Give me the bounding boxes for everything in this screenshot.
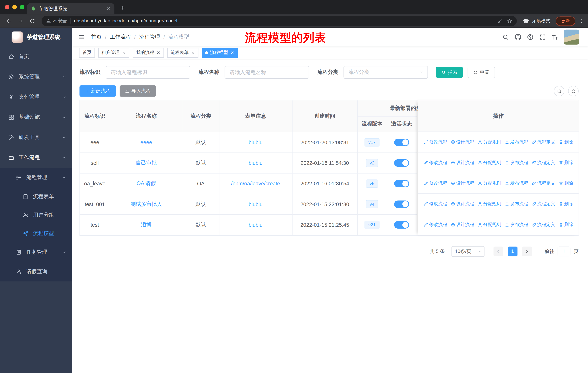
user-avatar[interactable] [564,30,579,45]
form-info-link[interactable]: biubiu [249,160,263,166]
security-status[interactable]: 不安全 [46,18,67,24]
design-process-action[interactable]: 设计流程 [451,180,474,186]
process-definition-action[interactable]: 流程定义 [532,139,555,145]
tag-process-model[interactable]: 流程模型 [202,48,238,57]
category-select[interactable]: 流程分类 [344,66,428,79]
breadcrumb-item[interactable]: 首页 [91,34,102,40]
publish-process-action[interactable]: 发布流程 [504,201,528,207]
sidebar-item-task-management[interactable]: 任务管理 [0,242,72,262]
sidebar-item-workflow[interactable]: 工作流程 [0,148,72,168]
import-process-button[interactable]: 导入流程 [120,85,156,97]
search-icon[interactable] [502,34,509,40]
tag-close-icon[interactable] [122,51,126,55]
active-toggle[interactable] [394,200,409,208]
publish-process-action[interactable]: 发布流程 [504,159,528,166]
tag-home[interactable]: 首页 [79,48,95,57]
page-number-button[interactable]: 1 [508,246,517,256]
minimize-window-button[interactable] [12,5,17,10]
process-name-link[interactable]: OA 请假 [137,180,156,186]
version-tag[interactable]: v17 [365,138,379,146]
active-toggle[interactable] [394,221,409,228]
assign-rule-action[interactable]: 分配规则 [478,201,501,207]
fullscreen-icon[interactable] [539,34,546,40]
address-bar[interactable]: 不安全 dashboard.yudao.iocoder.cn/bpm/manag… [42,16,517,26]
tab-close-icon[interactable] [106,6,111,11]
sidebar-item-home[interactable]: 首页 [0,46,72,67]
reset-button[interactable]: 重置 [468,67,495,78]
delete-action[interactable]: 删除 [558,180,573,186]
design-process-action[interactable]: 设计流程 [451,222,474,228]
publish-process-action[interactable]: 发布流程 [504,180,528,186]
password-key-icon[interactable] [497,18,503,24]
delete-action[interactable]: 删除 [558,201,573,207]
process-name-link[interactable]: 自己审批 [136,159,157,165]
sidebar-item-payment[interactable]: 支付管理 [0,87,72,107]
close-window-button[interactable] [5,5,10,10]
next-page-button[interactable] [522,246,532,256]
sidebar-item-process-model[interactable]: 流程模型 [0,224,72,242]
process-name-link[interactable]: eeee [140,139,152,145]
assign-rule-action[interactable]: 分配规则 [478,139,501,145]
edit-process-action[interactable]: 修改流程 [424,180,447,186]
sidebar-item-infrastructure[interactable]: 基础设施 [0,107,72,127]
reload-button[interactable] [27,16,38,26]
process-definition-action[interactable]: 流程定义 [532,222,555,228]
form-info-link[interactable]: biubiu [249,201,263,207]
form-info-link[interactable]: biubiu [249,222,263,228]
github-icon[interactable] [514,34,521,40]
delete-action[interactable]: 删除 [558,139,573,145]
bookmark-star-icon[interactable] [507,18,512,24]
edit-process-action[interactable]: 修改流程 [424,139,447,145]
design-process-action[interactable]: 设计流程 [451,201,474,207]
sidebar-item-user-group[interactable]: 用户分组 [0,206,72,224]
version-tag[interactable]: v4 [366,200,378,208]
form-info-link[interactable]: /bpm/oa/leave/create [231,181,280,186]
back-button[interactable] [4,16,14,26]
goto-page-input[interactable] [557,246,570,256]
assign-rule-action[interactable]: 分配规则 [478,222,501,228]
refresh-table-button[interactable] [568,86,579,96]
breadcrumb-item[interactable]: 工作流程 [110,34,131,40]
tag-my-process[interactable]: 我的流程 [133,48,164,57]
sidebar-collapse-icon[interactable] [78,34,85,40]
sidebar-logo[interactable]: 芋道管理系统 [0,28,72,46]
process-definition-action[interactable]: 流程定义 [532,180,555,186]
sidebar-item-devtools[interactable]: 研发工具 [0,128,72,148]
tag-close-icon[interactable] [230,51,234,55]
process-name-input[interactable] [225,66,309,79]
active-toggle[interactable] [394,159,409,166]
sidebar-item-system[interactable]: 系统管理 [0,67,72,87]
maximize-window-button[interactable] [20,5,24,10]
breadcrumb-item[interactable]: 流程管理 [139,34,160,40]
edit-process-action[interactable]: 修改流程 [424,201,447,207]
new-tab-button[interactable] [117,2,128,13]
delete-action[interactable]: 删除 [558,222,573,228]
search-button[interactable]: 搜索 [436,67,463,78]
show-search-button[interactable] [554,86,565,96]
design-process-action[interactable]: 设计流程 [451,159,474,166]
tag-close-icon[interactable] [191,51,195,55]
sidebar-item-process-form[interactable]: 流程表单 [0,187,72,206]
edit-process-action[interactable]: 修改流程 [424,159,447,166]
publish-process-action[interactable]: 发布流程 [504,139,528,145]
publish-process-action[interactable]: 发布流程 [504,222,528,228]
version-tag[interactable]: v2 [366,159,378,167]
browser-tab[interactable]: 芋道管理系统 [27,3,114,14]
sidebar-item-process-management[interactable]: 流程管理 [0,168,72,187]
process-key-input[interactable] [106,66,190,79]
form-info-link[interactable]: biubiu [249,139,263,145]
update-browser-button[interactable]: 更新 [556,16,575,26]
process-name-link[interactable]: 测试多审批人 [130,201,162,207]
version-tag[interactable]: v5 [366,179,378,187]
assign-rule-action[interactable]: 分配规则 [478,159,501,166]
page-size-select[interactable]: 10条/页 [452,246,484,257]
process-name-link[interactable]: 滔博 [141,221,152,227]
version-tag[interactable]: v21 [365,221,379,229]
forward-button[interactable] [15,16,26,26]
create-process-button[interactable]: 新建流程 [79,85,116,97]
tag-process-form[interactable]: 流程表单 [167,48,199,57]
font-size-icon[interactable] [552,34,558,40]
active-toggle[interactable] [394,138,409,146]
tag-close-icon[interactable] [156,51,161,55]
delete-action[interactable]: 删除 [558,159,573,166]
